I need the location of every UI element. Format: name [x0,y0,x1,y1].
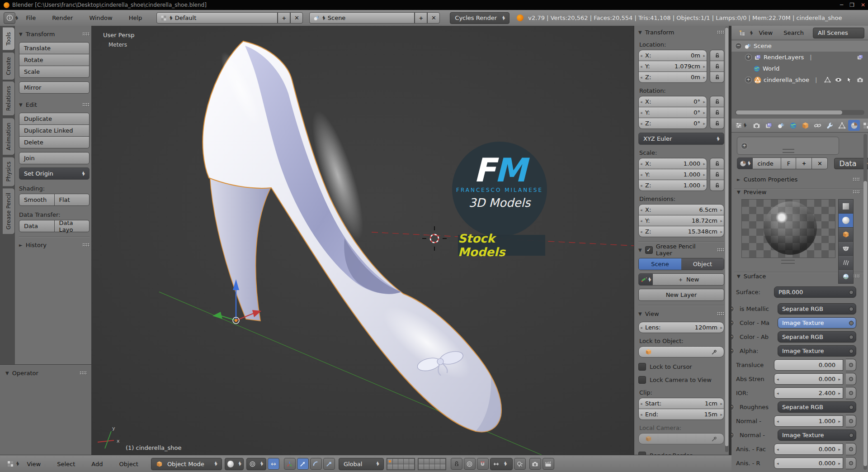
expand-input-icon[interactable]: + [731,334,734,340]
location-x-field[interactable]: ◂X: 0m▸ [638,50,707,61]
preview-mode-plane-button[interactable] [838,199,854,214]
outliner-search-menu[interactable]: Search [779,29,808,36]
surface-input-number[interactable]: ◂▸ 0.000 [774,373,843,385]
preview-mode-cube-button[interactable] [838,227,854,242]
editor-type-outliner-icon[interactable] [736,27,748,39]
outliner-item-cinderella_shoe[interactable]: +cinderella_shoe| [731,74,868,86]
menu-window[interactable]: Window [81,14,120,21]
menu-help[interactable]: Help [121,14,151,21]
properties-tab-object[interactable] [799,120,811,131]
lock-toggle[interactable] [710,180,724,191]
rotation-mode-selector[interactable]: XYZ Euler▲▼ [638,133,724,145]
properties-scrollbar[interactable] [863,134,867,470]
opengl-render-icon[interactable] [529,458,541,470]
local-camera-field[interactable] [638,433,724,444]
shelf-tab-grease-pencil[interactable]: Grease Pencil [3,188,15,234]
data-button[interactable]: Data [19,220,55,232]
panel-drag-dots[interactable] [717,248,724,252]
grease-pencil-checkbox[interactable]: ✓ [645,246,653,254]
lock-toggle[interactable] [710,107,724,118]
properties-tab-texture[interactable] [860,120,868,131]
manipulator-toggle[interactable]: ↔ [268,458,279,470]
join-button[interactable]: Join [19,152,90,164]
preview-mode-sphere-button[interactable] [838,213,854,228]
menu-file[interactable]: File [18,14,44,21]
layers-widget-left[interactable] [387,458,415,470]
surface-input-number[interactable]: ◂▸ 2.400 [774,387,843,399]
scale-x-field[interactable]: ◂X: 1.000▸ [638,158,707,169]
expand-input-icon[interactable]: + [731,348,734,354]
add-scene-button[interactable]: ＋ [415,12,427,24]
outliner-filter-dropdown[interactable]: All Scenes [813,28,864,38]
expand-icon[interactable]: + [745,54,752,61]
outliner-scrollbar[interactable] [735,110,864,115]
lock-toggle[interactable] [710,61,724,72]
render-border-icon[interactable] [514,458,526,470]
view-panel-header[interactable]: ▼View [638,309,724,318]
shelf-tab-animation[interactable]: Animation [3,118,15,155]
cursor-toggle-icon[interactable] [846,76,853,83]
lens-field[interactable]: ◂Lens: 120mm▸ [638,322,724,333]
scene-lock-icon[interactable] [451,458,462,470]
dimensions-y-field[interactable]: ◂Y: 18.72cm▸ [638,215,724,226]
surface-input-menu[interactable]: Image Texture [778,317,856,329]
duplicate-linked-button[interactable]: Duplicate Linked [19,125,90,137]
surface-shader-menu[interactable]: PBR.000 [774,286,856,298]
surface-input-menu[interactable]: Image Texture [778,345,856,357]
editor-type-info-icon[interactable] [4,12,15,24]
shelf-tab-relations[interactable]: Relations [3,81,15,116]
location-z-field[interactable]: ◂Z: 0m▸ [638,72,707,83]
expand-input-icon[interactable]: + [731,305,734,312]
renderlayers-toggle-icon[interactable] [857,54,863,61]
expand-input-icon[interactable]: + [731,432,734,439]
history-panel-header[interactable]: ►History [19,240,90,249]
editor-type-3dview-icon[interactable] [5,458,16,470]
menu-render[interactable]: Render [44,14,81,21]
lock-toggle[interactable] [710,118,724,129]
lock-toggle[interactable] [710,72,724,83]
minimize-button[interactable]: ─ [840,2,843,8]
surface-input-number[interactable]: ◂▸ 0.000 [774,458,843,469]
material-slot-list[interactable]: + [737,137,839,155]
properties-tab-render[interactable] [750,120,762,131]
panel-drag-dots[interactable] [82,243,90,247]
maximize-button[interactable]: ❒ [849,2,854,8]
properties-tab-modifiers[interactable] [824,120,835,131]
snap-magnet-icon[interactable] [477,458,489,470]
custom-properties-header[interactable]: ►Custom Properties [737,175,860,184]
npanel-scrollbar[interactable] [725,27,728,452]
shelf-tab-create[interactable]: Create [3,52,15,80]
camera-toggle-icon[interactable] [857,76,863,83]
outliner-item-renderlayers[interactable]: +RenderLayers| [731,52,868,63]
delete-layout-button[interactable]: ✕ [290,12,303,24]
properties-tab-object-data[interactable] [836,120,848,131]
surface-input-menu[interactable]: Separate RGB [778,331,856,343]
lock-to-object-field[interactable] [638,346,724,358]
render-engine-selector[interactable]: Cycles Render ▲▼ [450,12,509,24]
gp-new-layer-button[interactable]: New Layer [638,289,724,301]
editor-type-properties-icon[interactable] [735,119,743,131]
outliner-item-scene[interactable]: −Scene [731,40,868,52]
translate-button[interactable]: Translate [19,42,90,54]
gp-datablock-browser[interactable]: ▲▼ [638,273,653,286]
proportional-edit-icon[interactable] [464,458,476,470]
expand-input-icon[interactable]: + [731,404,734,410]
scale-y-field[interactable]: ◂Y: 1.000▸ [638,169,707,180]
gp-object-tab[interactable]: Object [681,258,724,270]
rotation-y-field[interactable]: ◂Y: 0°▸ [638,107,707,118]
opengl-render-animation-icon[interactable] [542,458,554,470]
preview-resize-grip[interactable] [781,260,795,264]
manipulator-rotate-icon[interactable] [310,458,322,470]
lock-toggle[interactable] [710,169,724,180]
close-button[interactable]: ✕ [861,2,865,8]
viewport-shading-selector[interactable]: ▲▼ [225,458,244,470]
preview-mode-hair-button[interactable] [838,255,854,270]
material-name-field[interactable]: cinde [753,157,781,169]
panel-drag-dots[interactable] [853,177,860,181]
list-resize-grip[interactable] [783,149,794,153]
rotation-z-field[interactable]: ◂Z: 0°▸ [638,118,707,129]
lock-toggle[interactable] [710,158,724,169]
unlink-datablock-button[interactable]: ✕ [812,157,828,169]
properties-tab-material[interactable] [848,120,860,131]
shade-flat-button[interactable]: Flat [55,194,90,206]
